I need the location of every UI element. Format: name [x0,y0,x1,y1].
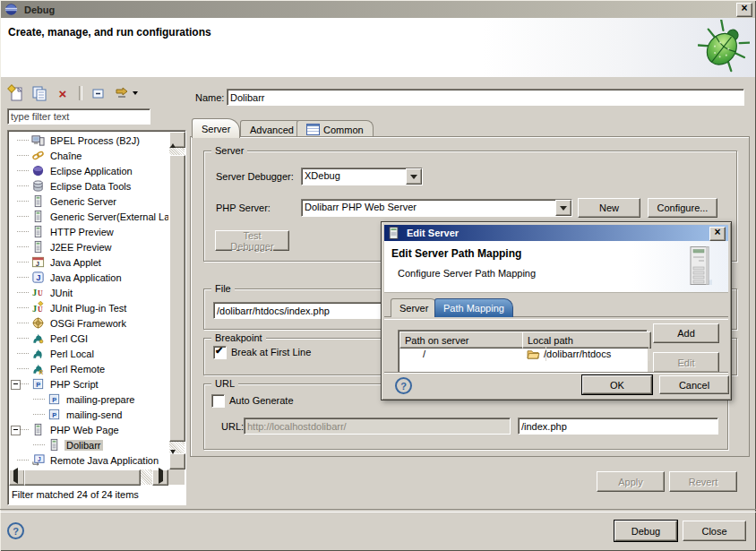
help-icon[interactable]: ? [7,522,24,539]
window-close-icon[interactable] [736,3,752,17]
bug-icon [698,20,750,73]
dialog-header: Edit Server Path Mapping Configure Serve… [384,241,728,293]
java-icon: J [30,271,45,285]
tree-item[interactable]: Chaîne [9,148,168,163]
dropdown-caret-icon [133,91,138,95]
php-icon: P [47,392,61,407]
tree-item-php-script[interactable]: PPHP Script [9,376,168,392]
svg-text:R: R [39,369,43,375]
php-icon: P [30,377,45,392]
collapse-all-icon[interactable] [90,84,107,102]
delete-icon[interactable]: × [54,84,72,102]
revert-button[interactable]: Revert [669,471,737,492]
dialog-help-icon[interactable]: ? [395,377,412,394]
cancel-button[interactable]: Cancel [659,375,729,394]
close-button[interactable]: Close [683,521,746,541]
server-icon [30,423,45,437]
svg-text:P: P [52,396,56,404]
tree-item[interactable]: RPerl Remote [9,361,168,376]
scroll-left-icon[interactable] [9,469,25,486]
tree-item[interactable]: BPEL Process (B2J) [9,133,168,148]
apply-button[interactable]: Apply [597,471,665,492]
filter-menu-icon[interactable] [113,84,140,102]
tree-item[interactable]: HTTP Preview [9,224,168,239]
applet-icon: J [30,255,45,270]
database-icon [30,179,45,194]
remote-java-icon: J [30,453,45,468]
dialog-close-icon[interactable] [709,227,726,241]
eclipse-application-icon [30,164,45,178]
dialog-titlebar[interactable]: Edit Server [384,225,728,241]
tab-advanced[interactable]: Advanced [240,120,304,138]
server-icon [47,438,61,452]
tree-rows: BPEL Process (B2J) Chaîne Eclipse Applic… [9,133,168,469]
scroll-right-icon[interactable] [152,469,168,486]
svg-text:J: J [38,456,41,462]
dialog-tab-server[interactable]: Server [391,298,437,317]
tree-item[interactable]: JJava Application [9,270,168,285]
server-icon [30,225,45,239]
path-mapping-table: Path on server Local path / /dolibarr/ht… [398,330,648,373]
scroll-up-icon[interactable] [169,132,185,148]
tree-item[interactable]: JUJUnit [9,285,168,300]
svg-text:J: J [36,273,40,282]
dialog-button-bar: ? OK Cancel [384,372,728,397]
duplicate-icon[interactable] [30,84,48,102]
edit-mapping-button[interactable]: Edit [653,352,719,373]
server-tower-icon [685,245,716,288]
footer-separator [0,509,756,512]
window-title: Debug [24,4,55,15]
tree-item[interactable]: Pmailing-send [9,407,168,422]
scroll-down-icon[interactable] [169,453,185,469]
tab-server[interactable]: Server [192,118,240,138]
svg-text:U: U [38,306,43,314]
server-icon [30,194,45,209]
dialog-title: Edit Server [407,228,459,238]
scrollbar-corner [168,469,185,485]
tree-item[interactable]: Perl Local [9,346,168,361]
add-mapping-button[interactable]: Add [653,323,719,343]
tree-item[interactable]: OSGi Framework [9,315,168,331]
perl-camel-icon [30,331,45,346]
new-configuration-icon[interactable] [7,84,25,102]
tree-item[interactable]: JJava Applet [9,254,168,270]
debug-configurations-window: Debug Create, manage, and run configurat… [0,0,756,551]
tree-item-dolibarr-selected[interactable]: Dolibarr [9,437,168,452]
tree-item[interactable]: Perl CGI [9,331,168,346]
tree-vertical-scrollbar[interactable] [169,132,185,469]
edit-server-dialog: Edit Server Edit Server Path Mapping Con… [381,221,732,400]
svg-text:J: J [35,260,39,268]
tree-horizontal-scrollbar[interactable] [9,469,168,485]
dialog-heading: Edit Server Path Mapping [391,247,521,260]
debug-button[interactable]: Debug [614,521,677,541]
tree-item[interactable]: Generic Server [9,194,168,209]
table-cell-local-path[interactable]: /dolibarr/htdocs [523,347,649,361]
tab-common[interactable]: Common [296,120,374,138]
perl-camel-icon [30,347,45,361]
common-tab-icon [306,124,320,135]
tree-item[interactable]: JRemote Java Application [9,452,168,468]
svg-text:P: P [36,381,40,389]
tree-item[interactable]: Generic Server(External La [9,209,168,224]
ok-button[interactable]: OK [582,375,652,394]
horizontal-scroll-thumb[interactable] [24,469,141,486]
tree-item[interactable]: JUJUnit Plug-in Test [9,300,168,315]
php-icon: P [47,408,61,422]
filter-input[interactable] [7,108,150,125]
window-titlebar[interactable]: Debug [1,1,755,18]
tree-item[interactable]: Pmailing-prepare [9,392,168,407]
config-toolbar: × [7,82,140,104]
tree-item[interactable]: Eclipse Application [9,163,168,178]
eclipse-logo-icon [4,3,18,17]
configuration-tree: BPEL Process (B2J) Chaîne Eclipse Applic… [7,130,186,505]
tree-item[interactable]: J2EE Preview [9,239,168,254]
filter-status: Filter matched 24 of 24 items [9,486,185,504]
dialog-tab-path-mapping[interactable]: Path Mapping [434,298,513,317]
collapse-expander-icon[interactable] [11,380,21,390]
name-input[interactable] [227,89,744,106]
tree-item[interactable]: Eclipse Data Tools [9,178,168,194]
collapse-expander-icon[interactable] [11,426,21,435]
vertical-scroll-thumb[interactable] [169,155,185,442]
server-icon [30,210,45,224]
tree-item-php-web-page[interactable]: PHP Web Page [9,422,168,437]
